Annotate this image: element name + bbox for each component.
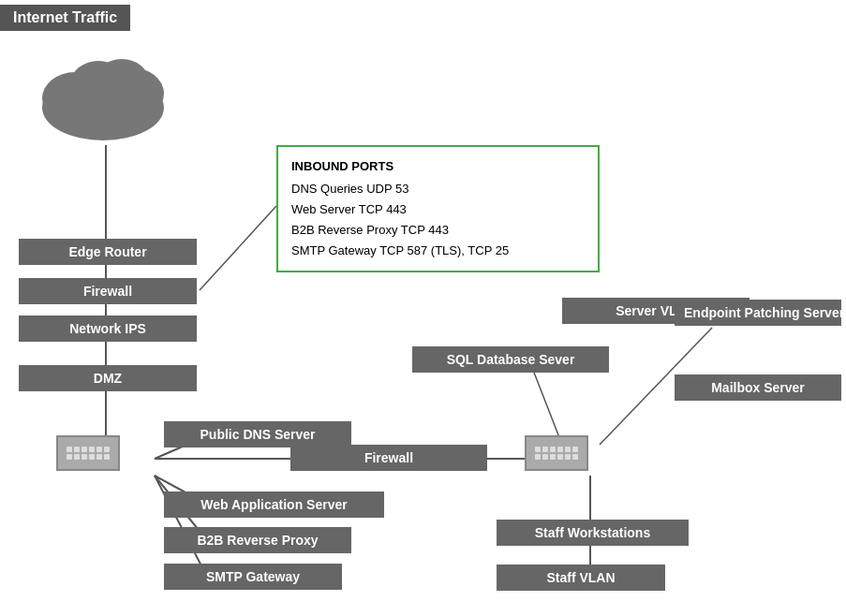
infobox-line-2: Web Server TCP 443 <box>291 199 585 220</box>
mailbox-server-node: Mailbox Server <box>675 374 841 401</box>
smtp-gateway-node: SMTP Gateway <box>164 564 342 590</box>
web-app-server-node: Web Application Server <box>164 491 384 518</box>
svg-line-9 <box>155 476 206 575</box>
sql-database-node: SQL Database Sever <box>412 346 609 373</box>
right-switch: ✕ <box>525 445 544 462</box>
b2b-proxy-node: B2B Reverse Proxy <box>164 527 351 553</box>
left-switch-icon <box>56 435 120 471</box>
infobox-line-4: SMTP Gateway TCP 587 (TLS), TCP 25 <box>291 241 585 261</box>
network-ips-node: Network IPS <box>19 315 197 342</box>
public-dns-node: Public DNS Server <box>164 421 351 447</box>
firewall-mid-node: Firewall <box>290 445 487 471</box>
svg-line-13 <box>200 206 276 290</box>
right-switch-icon <box>525 435 588 471</box>
network-diagram: Internet Traffic INBOUND PORTS DNS Queri… <box>0 0 846 616</box>
infobox-line-3: B2B Reverse Proxy TCP 443 <box>291 220 585 241</box>
inbound-ports-box: INBOUND PORTS DNS Queries UDP 53 Web Ser… <box>276 145 600 272</box>
endpoint-patching-node: Endpoint Patching Server <box>675 300 841 326</box>
svg-point-21 <box>96 59 148 100</box>
edge-router-node: Edge Router <box>19 239 197 265</box>
cloud-icon <box>28 37 178 140</box>
staff-vlan-node: Staff VLAN <box>497 565 665 591</box>
left-switch: ✕ <box>56 445 76 462</box>
svg-line-14 <box>529 360 562 445</box>
internet-traffic-label: Internet Traffic <box>0 5 130 31</box>
staff-workstations-node: Staff Workstations <box>497 520 689 546</box>
infobox-title: INBOUND PORTS <box>291 156 585 177</box>
dmz-node: DMZ <box>19 365 197 391</box>
firewall-top-node: Firewall <box>19 278 197 304</box>
infobox-line-1: DNS Queries UDP 53 <box>291 179 585 199</box>
